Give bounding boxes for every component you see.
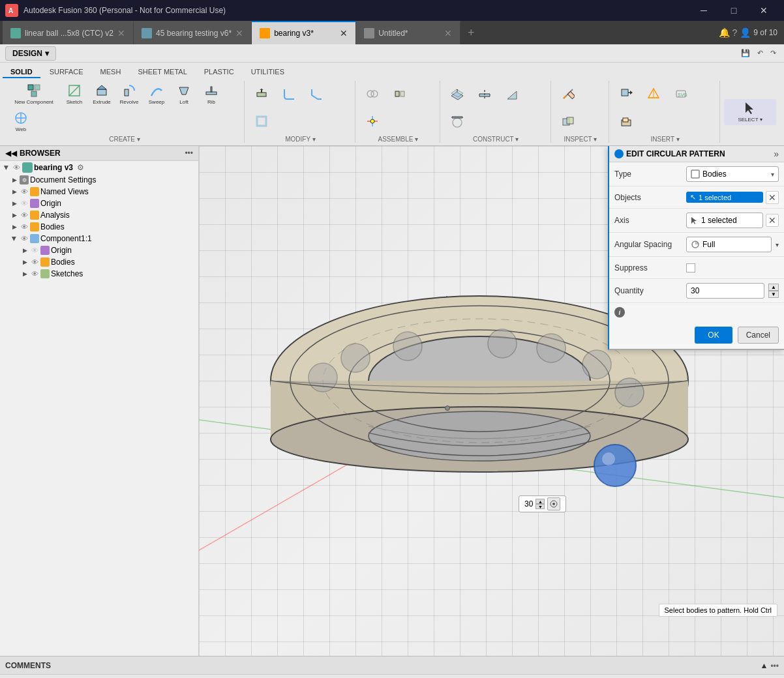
insert-group-label[interactable]: INSERT ▾ bbox=[651, 136, 680, 143]
ok-button[interactable]: OK bbox=[695, 327, 732, 344]
qty-down[interactable]: ▼ bbox=[535, 504, 545, 509]
select-button[interactable]: SELECT ▾ bbox=[724, 99, 776, 125]
joint-origin-button[interactable] bbox=[359, 108, 385, 134]
cancel-button[interactable]: Cancel bbox=[738, 327, 779, 344]
interference-button[interactable] bbox=[555, 108, 581, 134]
tree-item-doc-settings[interactable]: ▶ ⚙ Document Settings bbox=[0, 174, 198, 186]
bodies-eye[interactable]: 👁 bbox=[20, 222, 29, 231]
tree-item-analysis[interactable]: ▶ 👁 Analysis bbox=[0, 209, 198, 221]
revolve-button[interactable]: Revolve bbox=[116, 81, 142, 107]
tab-linear-ball[interactable]: linear ball ...5x8 (CTC) v2 ✕ bbox=[3, 21, 134, 44]
notifications-icon[interactable]: 🔔 bbox=[719, 27, 730, 38]
qty-up[interactable]: ▲ bbox=[535, 499, 545, 504]
assemble-group-label[interactable]: ASSEMBLE ▾ bbox=[378, 136, 418, 143]
quantity-down-button[interactable]: ▼ bbox=[768, 291, 779, 298]
measure-button[interactable] bbox=[555, 81, 581, 107]
decal-button[interactable] bbox=[613, 108, 639, 134]
viewport[interactable]: 30 ▲ ▼ FRONT TOP RI bbox=[199, 146, 784, 656]
create-group-label[interactable]: CREATE ▾ bbox=[109, 136, 140, 143]
tab-utilities[interactable]: UTILITIES bbox=[243, 66, 292, 78]
tree-item-c1-bodies[interactable]: ▶ 👁 Bodies bbox=[0, 256, 198, 268]
type-select[interactable]: Bodies ▾ bbox=[686, 166, 779, 182]
root-arrow[interactable]: ▶ bbox=[3, 164, 10, 171]
quantity-input[interactable]: 30 bbox=[686, 283, 764, 299]
analysis-arrow[interactable]: ▶ bbox=[10, 211, 18, 219]
component1-eye[interactable]: 👁 bbox=[20, 234, 29, 243]
fillet-button[interactable] bbox=[276, 81, 302, 107]
offset-plane-button[interactable] bbox=[444, 81, 470, 107]
origin-arrow[interactable]: ▶ bbox=[10, 199, 18, 207]
minimize-button[interactable]: ─ bbox=[689, 0, 719, 21]
user-icon[interactable]: 👤 bbox=[740, 27, 751, 38]
press-pull-button[interactable] bbox=[249, 81, 275, 107]
tab-plastic[interactable]: PLASTIC bbox=[196, 66, 242, 78]
tab-untitled[interactable]: Untitled* ✕ bbox=[356, 21, 460, 44]
tree-item-named-views[interactable]: ▶ 👁 Named Views bbox=[0, 186, 198, 198]
objects-selected-badge[interactable]: ↖ 1 selected bbox=[686, 192, 763, 203]
root-settings-icon[interactable]: ⚙ bbox=[77, 163, 84, 172]
doc-settings-arrow[interactable]: ▶ bbox=[10, 176, 18, 184]
chamfer-button[interactable] bbox=[303, 81, 329, 107]
loft-button[interactable]: Loft bbox=[171, 81, 197, 107]
c1-sketches-eye[interactable]: 👁 bbox=[30, 269, 39, 278]
named-views-arrow[interactable]: ▶ bbox=[10, 188, 18, 196]
collapse-panel-icon[interactable]: ◀◀ bbox=[5, 149, 17, 158]
insert-derive-button[interactable] bbox=[613, 81, 639, 107]
tab-close-1[interactable]: ✕ bbox=[117, 28, 125, 38]
qty-spinner[interactable]: ▲ ▼ bbox=[535, 499, 545, 509]
named-views-eye[interactable]: 👁 bbox=[20, 187, 29, 196]
origin-eye[interactable]: 👁 bbox=[20, 199, 29, 208]
sweep-button[interactable]: Sweep bbox=[143, 81, 170, 107]
angle-plane-button[interactable] bbox=[499, 81, 525, 107]
undo-icon[interactable]: ↶ bbox=[757, 49, 763, 57]
tree-item-c1-origin[interactable]: ▶ 👁 Origin bbox=[0, 244, 198, 256]
bodies-arrow[interactable]: ▶ bbox=[10, 223, 18, 231]
tab-mesh[interactable]: MESH bbox=[93, 66, 129, 78]
create-sketch-button[interactable]: Sketch bbox=[61, 81, 87, 107]
tree-item-root[interactable]: ▶ 👁 bearing v3 ⚙ bbox=[0, 161, 198, 174]
new-component-button[interactable]: New Component bbox=[8, 81, 60, 107]
root-eye-icon[interactable]: 👁 bbox=[12, 163, 21, 172]
shell-button[interactable] bbox=[249, 108, 275, 134]
tab-sheet-metal[interactable]: SHEET METAL bbox=[130, 66, 194, 78]
inspect-group-label[interactable]: INSPECT ▾ bbox=[564, 136, 597, 143]
browser-collapse-button[interactable]: ••• bbox=[185, 149, 193, 158]
extrude-button[interactable]: Extrude bbox=[89, 81, 115, 107]
tab-close-2[interactable]: ✕ bbox=[235, 28, 243, 38]
construct-group-label[interactable]: CONSTRUCT ▾ bbox=[473, 136, 519, 143]
axis-clear-button[interactable]: ✕ bbox=[766, 214, 779, 227]
analysis-eye[interactable]: 👁 bbox=[20, 211, 29, 220]
as-built-button[interactable] bbox=[387, 81, 413, 107]
add-tab-button[interactable]: + bbox=[460, 21, 481, 44]
component1-arrow[interactable]: ▶ bbox=[10, 235, 18, 243]
quantity-up-button[interactable]: ▲ bbox=[768, 284, 779, 291]
c1-sketches-arrow[interactable]: ▶ bbox=[21, 270, 29, 278]
quantity-overlay[interactable]: 30 ▲ ▼ bbox=[519, 495, 566, 512]
tab-surface[interactable]: SURFACE bbox=[42, 66, 91, 78]
tree-item-origin[interactable]: ▶ 👁 Origin bbox=[0, 198, 198, 209]
comments-options-icon[interactable]: ••• bbox=[770, 661, 779, 670]
tab-close-3[interactable]: ✕ bbox=[340, 28, 348, 38]
rib-button[interactable]: Rib bbox=[198, 81, 224, 107]
objects-clear-button[interactable]: ✕ bbox=[766, 191, 779, 204]
tree-item-c1-sketches[interactable]: ▶ 👁 Sketches bbox=[0, 268, 198, 280]
modify-group-label[interactable]: MODIFY ▾ bbox=[285, 136, 315, 143]
info-icon[interactable]: i bbox=[614, 307, 625, 317]
design-menu-button[interactable]: DESIGN ▾ bbox=[5, 46, 56, 61]
c1-origin-arrow[interactable]: ▶ bbox=[21, 246, 29, 254]
c1-bodies-eye[interactable]: 👁 bbox=[30, 258, 39, 267]
panel-expand-icon[interactable]: » bbox=[774, 149, 779, 159]
tab-solid[interactable]: SOLID bbox=[3, 66, 40, 78]
insert-svg-button[interactable]: SVG bbox=[668, 81, 694, 107]
redo-icon[interactable]: ↷ bbox=[770, 49, 776, 57]
c1-origin-eye[interactable]: 👁 bbox=[30, 246, 39, 255]
close-button[interactable]: ✕ bbox=[749, 0, 779, 21]
suppress-checkbox[interactable] bbox=[686, 263, 695, 273]
help-icon[interactable]: ? bbox=[732, 27, 738, 38]
c1-bodies-arrow[interactable]: ▶ bbox=[21, 258, 29, 266]
joint-button[interactable] bbox=[359, 81, 385, 107]
tab-close-4[interactable]: ✕ bbox=[444, 28, 452, 38]
tree-item-component1[interactable]: ▶ 👁 Component1:1 bbox=[0, 233, 198, 244]
tab-bearing-testing[interactable]: 45 bearing testing v6* ✕ bbox=[134, 21, 252, 44]
insert-mesh-button[interactable] bbox=[641, 81, 667, 107]
